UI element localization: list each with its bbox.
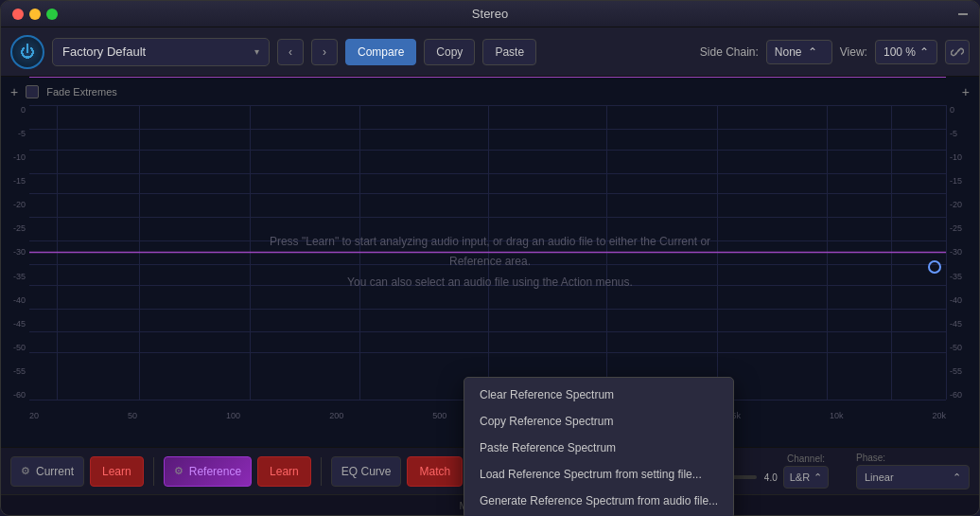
eq-curve-section: EQ Curve xyxy=(331,456,402,487)
context-menu-item-3[interactable]: Load Reference Spectrum from setting fil… xyxy=(464,461,733,488)
reference-learn-button[interactable]: Learn xyxy=(257,456,311,487)
sidechain-arrow: ⌃ xyxy=(808,45,817,59)
nav-prev-icon: ‹ xyxy=(289,45,292,59)
phase-label: Phase: xyxy=(856,453,885,463)
phase-dropdown[interactable]: Linear ⌃ xyxy=(856,465,970,489)
context-menu-item-1[interactable]: Copy Reference Spectrum xyxy=(464,408,733,435)
fade-extremes-plus: + xyxy=(10,84,18,99)
view-area: View: 100 % ⌃ xyxy=(840,40,970,64)
svg-line-0 xyxy=(955,50,959,54)
preset-label: Factory Default xyxy=(62,44,247,59)
main-window: Stereo ⏻ Factory Default ▾ ‹ › Compare C… xyxy=(0,0,980,516)
nav-next-button[interactable]: › xyxy=(311,39,338,65)
info-line2: You can also select an audio file using … xyxy=(246,272,735,293)
divider1 xyxy=(153,457,154,486)
info-line1: Press "Learn" to start analyzing audio i… xyxy=(246,231,735,272)
close-button[interactable] xyxy=(12,9,24,20)
smoothing-value: 4.0 xyxy=(764,472,778,483)
power-button[interactable]: ⏻ xyxy=(10,35,44,69)
view-dropdown[interactable]: 100 % ⌃ xyxy=(875,40,937,64)
sidechain-dropdown[interactable]: None ⌃ xyxy=(766,40,832,64)
preset-dropdown[interactable]: Factory Default ▾ xyxy=(52,38,270,66)
channel-section: Channel: L&R ⌃ xyxy=(783,454,829,489)
window-title: Stereo xyxy=(472,7,508,21)
window-controls xyxy=(12,9,58,20)
context-menu-item-2[interactable]: Paste Reference Spectrum xyxy=(464,435,733,461)
copy-button[interactable]: Copy xyxy=(424,39,475,65)
paste-button[interactable]: Paste xyxy=(482,39,536,65)
right-plus: + xyxy=(962,84,970,99)
context-menu: Clear Reference Spectrum Copy Reference … xyxy=(464,377,734,516)
info-text: Press "Learn" to start analyzing audio i… xyxy=(246,231,735,293)
current-gear-icon: ⚙ xyxy=(21,465,30,477)
eq-zero-line xyxy=(29,77,946,78)
reference-section: ⚙ Reference xyxy=(164,456,252,487)
preset-arrow: ▾ xyxy=(254,46,259,57)
window-resize-handle xyxy=(958,13,968,15)
toolbar: ⏻ Factory Default ▾ ‹ › Compare Copy Pas… xyxy=(1,27,979,77)
ref-gear-icon: ⚙ xyxy=(174,465,184,477)
y-labels-right: 0 -5 -10 -15 -20 -25 -30 -35 -40 -45 -50… xyxy=(946,105,979,400)
channel-label: Channel: xyxy=(787,454,825,464)
fade-extremes-checkbox[interactable] xyxy=(26,85,39,98)
context-menu-item-0[interactable]: Clear Reference Spectrum xyxy=(464,382,733,408)
sidechain-value: None xyxy=(775,45,802,59)
power-icon: ⏻ xyxy=(20,44,35,61)
current-label: Current xyxy=(36,465,74,478)
channel-dropdown[interactable]: L&R ⌃ xyxy=(783,466,829,489)
view-arrow: ⌃ xyxy=(919,45,929,59)
eq-curve-label: EQ Curve xyxy=(341,465,392,478)
maximize-button[interactable] xyxy=(46,9,58,20)
reference-label: Reference xyxy=(189,465,241,478)
view-value: 100 % xyxy=(884,45,916,59)
y-labels-left: 0 -5 -10 -15 -20 -25 -30 -35 -40 -45 -50… xyxy=(1,105,29,400)
current-learn-button[interactable]: Learn xyxy=(90,456,144,487)
current-section: ⚙ Current xyxy=(10,456,84,487)
link-icon xyxy=(951,45,964,59)
phase-section: Phase: Linear ⌃ xyxy=(856,453,970,489)
sidechain-area: Side Chain: None ⌃ xyxy=(700,40,832,64)
fade-extremes-bar: + Fade Extremes + xyxy=(10,84,970,99)
nav-prev-button[interactable]: ‹ xyxy=(277,39,304,65)
match-button[interactable]: Match xyxy=(407,456,463,487)
nav-next-icon: › xyxy=(323,45,326,59)
title-bar: Stereo xyxy=(1,1,979,27)
divider2 xyxy=(321,457,322,486)
compare-button[interactable]: Compare xyxy=(345,39,416,65)
view-label: View: xyxy=(840,45,867,59)
link-button[interactable] xyxy=(945,40,970,64)
context-menu-item-4[interactable]: Generate Reference Spectrum from audio f… xyxy=(464,488,733,514)
fade-extremes-label: Fade Extremes xyxy=(46,86,117,98)
minimize-button[interactable] xyxy=(29,9,41,20)
sidechain-label: Side Chain: xyxy=(700,45,759,59)
